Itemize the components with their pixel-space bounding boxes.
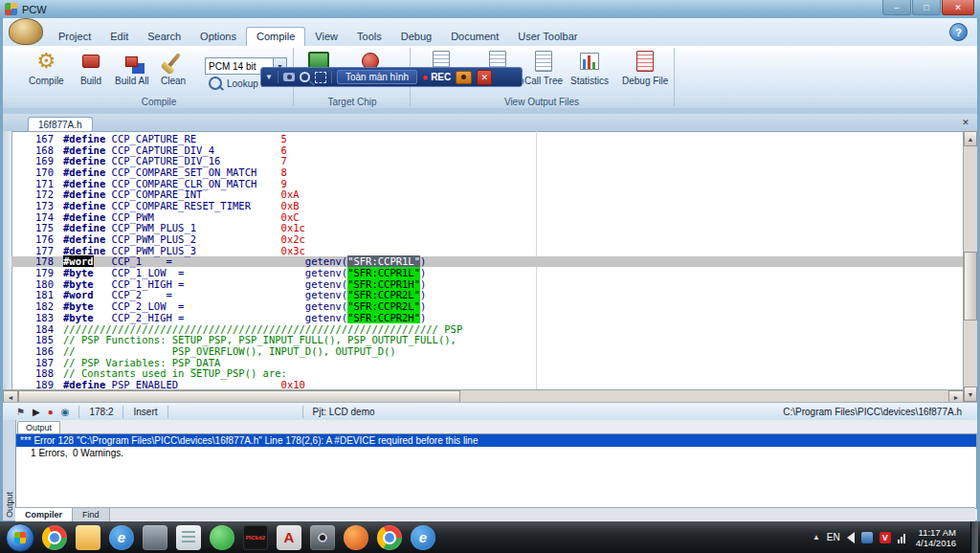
app-menu-orb[interactable] [9, 18, 43, 45]
code-line[interactable]: 179#byte CCP_1_LOW = getenv("SFR:CCPR1L"… [11, 267, 963, 278]
doc-tab-16f877a[interactable]: 16f877A.h [28, 117, 93, 131]
signal-bars-icon[interactable] [898, 532, 905, 543]
call-tree-button[interactable]: Call Tree [524, 49, 563, 86]
ribbon-tab-tools[interactable]: Tools [347, 28, 391, 46]
code-line[interactable]: 175#define CCP_PWM_PLUS_1 0x1c [11, 223, 963, 234]
document-tab-bar: 16f877A.h ✕ [3, 114, 977, 131]
recorder-close-icon[interactable]: ✕ [477, 70, 492, 85]
code-line[interactable]: 186// PSP_OVERFLOW(), INPUT_D(), OUTPUT_… [11, 345, 963, 357]
zoom-icon[interactable] [300, 72, 310, 82]
crop-region-icon[interactable] [315, 72, 326, 83]
ribbon-tab-document[interactable]: Document [441, 28, 508, 46]
error-message[interactable]: *** Error 128 "C:\Program Files\PICC\dev… [16, 434, 976, 447]
code-line[interactable]: 180#byte CCP_1_HIGH = getenv("SFR:CCPR1H… [11, 278, 963, 290]
taskbar-item-pickit2[interactable]: PICkit2 [243, 525, 268, 550]
code-line[interactable]: 189#define PSP_ENABLED 0x10 [11, 379, 963, 389]
horizontal-scrollbar[interactable]: ◄ ► [3, 389, 964, 403]
play-icon[interactable]: ▶ [33, 408, 40, 417]
minimize-button[interactable]: – [882, 0, 911, 15]
scroll-up-icon[interactable]: ▲ [964, 131, 977, 146]
code-line[interactable]: 178#word CCP_1 = getenv("SFR:CCPR1L") [11, 256, 963, 268]
output-tab[interactable]: Output [17, 421, 60, 433]
recorder-dropdown-icon[interactable]: ▼ [265, 73, 273, 81]
compile-button[interactable]: ⚙ Compile [29, 49, 64, 86]
ribbon-tab-project[interactable]: Project [49, 28, 100, 46]
close-button[interactable]: ✕ [942, 0, 974, 15]
snapshot-camera-icon[interactable] [456, 71, 472, 84]
code-line[interactable]: 169#define CCP_CAPTURE_DIV_16 7 [11, 155, 963, 166]
code-line[interactable]: 181#word CCP_2 = getenv("SFR:CCPR2L") [11, 290, 963, 301]
help-icon[interactable]: ? [949, 23, 968, 41]
network-monitor-icon[interactable] [861, 532, 873, 543]
code-line[interactable]: 184/////////////////////////////////////… [11, 323, 963, 335]
ribbon-tab-options[interactable]: Options [190, 28, 246, 46]
ribbon-tab-debug[interactable]: Debug [391, 28, 441, 46]
tray-expand-icon[interactable]: ▲ [813, 533, 820, 542]
tab-find[interactable]: Find [73, 508, 110, 521]
unikey-icon[interactable]: V [880, 532, 891, 543]
code-line[interactable]: 174#define CCP_PWM 0xC [11, 211, 963, 223]
line-number: 175 [11, 222, 63, 233]
fullscreen-mode-button[interactable]: Toàn màn hình [337, 70, 417, 84]
ribbon-tab-view[interactable]: View [305, 28, 347, 46]
record-button[interactable]: ● REC [422, 72, 451, 82]
webcam-icon[interactable] [283, 73, 295, 81]
volume-icon[interactable] [847, 532, 855, 543]
record-icon[interactable]: ● [48, 408, 54, 417]
taskbar-item-calculator[interactable] [176, 525, 201, 550]
statistics-button[interactable]: Statistics [570, 49, 609, 86]
project-name: Pjt: LCD demo [302, 406, 385, 418]
code-line[interactable]: 188// Constants used in SETUP_PSP() are: [11, 367, 963, 379]
build-all-button[interactable]: Build All [115, 49, 149, 86]
maximize-button[interactable]: □ [912, 0, 941, 15]
line-number: 189 [11, 379, 63, 389]
taskbar-item-media-player[interactable] [344, 525, 368, 550]
code-line[interactable]: 187// PSP Variables: PSP_DATA [11, 357, 963, 368]
ribbon-tab-compile[interactable]: Compile [246, 27, 305, 46]
code-line[interactable]: 185// PSP Functions: SETUP_PSP, PSP_INPU… [11, 334, 963, 345]
language-indicator[interactable]: EN [827, 532, 840, 542]
ribbon-tab-user-toolbar[interactable]: User Toolbar [508, 28, 587, 46]
group-separator [674, 48, 675, 106]
ribbon-tab-search[interactable]: Search [138, 28, 190, 46]
taskbar-item-coccoc[interactable] [210, 525, 234, 550]
code-line[interactable]: 172#define CCP_COMPARE_INT 0xA [11, 188, 963, 200]
taskbar-item-internet-explorer-2[interactable]: e [411, 525, 435, 550]
debug-file-button[interactable]: Debug File [622, 49, 668, 86]
taskbar-item-explorer-folder[interactable] [76, 525, 100, 550]
code-line[interactable]: 171#define CCP_COMPARE_CLR_ON_MATCH 9 [11, 178, 963, 189]
clean-button[interactable]: Clean [161, 49, 186, 86]
taskbar-item-internet-explorer[interactable]: e [109, 525, 134, 550]
clock[interactable]: 11:17 AM 4/14/2016 [912, 527, 964, 548]
code-line[interactable]: 183#byte CCP_2_HIGH = getenv("SFR:CCPR2H… [11, 312, 963, 323]
taskbar-item-chrome[interactable] [42, 525, 67, 550]
code-line[interactable]: 167#define CCP_CAPTURE_RE 5 [11, 133, 963, 144]
build-button[interactable]: Build [78, 49, 103, 86]
doc-close-icon[interactable]: ✕ [960, 117, 971, 128]
line-number: 183 [11, 312, 63, 323]
code-line[interactable]: 173#define CCP_COMPARE_RESET_TIMER 0xB [11, 200, 963, 211]
code-line[interactable]: 176#define CCP_PWM_PLUS_2 0x2c [11, 233, 963, 245]
code-line[interactable]: 177#define CCP_PWM_PLUS_3 0x3c [11, 245, 963, 256]
show-desktop-button[interactable] [970, 521, 978, 553]
taskbar-item-app-gray[interactable] [143, 525, 167, 550]
output-bottom-tabs: Compiler Find [15, 507, 975, 521]
taskbar-item-adobe-reader[interactable]: A [277, 525, 301, 550]
start-button[interactable] [6, 523, 34, 552]
tab-compiler[interactable]: Compiler [15, 508, 73, 521]
code-line[interactable]: 170#define CCP_COMPARE_SET_ON_MATCH 8 [11, 166, 963, 178]
target-icon[interactable]: ◉ [61, 408, 70, 417]
bookmark-flag-icon[interactable]: ⚑ [16, 408, 25, 417]
vertical-scroll-thumb[interactable] [964, 252, 977, 321]
ribbon-tab-edit[interactable]: Edit [100, 28, 138, 46]
code-text: #define CCP_COMPARE_SET_ON_MATCH 8 [63, 166, 287, 178]
taskbar-item-chrome-2[interactable] [377, 525, 402, 550]
build-brick-icon [82, 55, 100, 68]
taskbar-item-screen-capture[interactable] [310, 525, 335, 550]
vertical-scrollbar[interactable]: ▲ ▼ [963, 131, 977, 402]
scroll-down-icon[interactable]: ▼ [964, 387, 977, 402]
code-line[interactable]: 168#define CCP_CAPTURE_DIV_4 6 [11, 144, 963, 156]
output-side-strip[interactable]: Output [3, 420, 16, 520]
code-line[interactable]: 182#byte CCP_2_LOW = getenv("SFR:CCPR2L"… [11, 300, 963, 312]
record-dot-icon: ● [422, 72, 428, 82]
